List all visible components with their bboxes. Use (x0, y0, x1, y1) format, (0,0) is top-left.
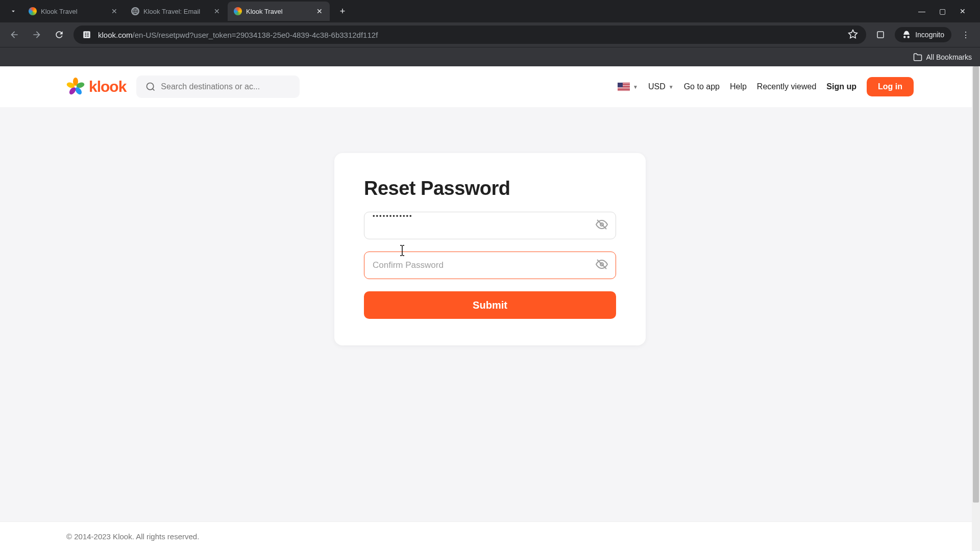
toggle-confirm-visibility-icon[interactable] (596, 258, 608, 272)
browser-tab-1[interactable]: Klook Travel ✕ (22, 2, 125, 21)
bookmarks-bar: All Bookmarks (0, 47, 980, 66)
currency-label: USD (648, 82, 666, 91)
new-tab-button[interactable]: + (334, 3, 351, 19)
favicon-icon (131, 7, 139, 15)
scrollbar[interactable] (972, 66, 980, 551)
chevron-down-icon: ▼ (669, 84, 674, 90)
favicon-icon (234, 7, 242, 15)
browser-address-bar: klook.com/en-US/resetpwd?user_token=2903… (0, 22, 980, 47)
incognito-label: Incognito (915, 31, 944, 39)
logo-text: klook (89, 78, 126, 95)
close-window-button[interactable]: ✕ (958, 7, 968, 15)
search-placeholder: Search destinations or ac... (161, 82, 260, 91)
bookmark-star-icon[interactable] (848, 29, 858, 41)
flag-icon (618, 83, 630, 91)
minimize-button[interactable]: — (917, 7, 927, 15)
maximize-button[interactable]: ▢ (937, 7, 947, 15)
browser-tab-bar: Klook Travel ✕ Klook Travel: Email ✕ Klo… (0, 0, 980, 22)
back-button[interactable] (6, 27, 22, 43)
password-input[interactable]: •••••••••••• (364, 212, 616, 239)
url-bar[interactable]: klook.com/en-US/resetpwd?user_token=2903… (74, 26, 866, 44)
toggle-password-visibility-icon[interactable] (596, 218, 608, 233)
incognito-icon (902, 30, 911, 39)
logo[interactable]: klook (66, 78, 126, 96)
submit-button[interactable]: Submit (364, 291, 616, 319)
currency-selector[interactable]: USD ▼ (648, 82, 674, 91)
search-icon (145, 82, 156, 92)
language-selector[interactable]: ▼ (618, 83, 638, 91)
scrollbar-thumb[interactable] (973, 66, 979, 503)
all-bookmarks-button[interactable]: All Bookmarks (913, 53, 972, 62)
footer-copyright: © 2014-2023 Klook. All rights reserved. (0, 521, 980, 551)
tab-close-icon[interactable]: ✕ (213, 7, 221, 15)
search-box[interactable]: Search destinations or ac... (136, 76, 300, 98)
tab-close-icon[interactable]: ✕ (315, 7, 324, 15)
confirm-password-input[interactable] (364, 252, 616, 279)
extensions-icon[interactable] (872, 27, 889, 43)
folder-icon (913, 53, 922, 62)
tab-title: Klook Travel: Email (143, 8, 209, 15)
svg-point-7 (147, 83, 154, 90)
browser-tab-2[interactable]: Klook Travel: Email ✕ (125, 2, 227, 21)
go-to-app-link[interactable]: Go to app (684, 82, 720, 91)
tab-title: Klook Travel (41, 8, 106, 15)
site-settings-icon[interactable] (82, 30, 92, 40)
favicon-icon (29, 7, 37, 15)
help-link[interactable]: Help (730, 82, 747, 91)
chevron-down-icon: ▼ (633, 84, 638, 90)
browser-tab-3[interactable]: Klook Travel ✕ (228, 2, 330, 21)
sign-up-link[interactable]: Sign up (826, 82, 856, 91)
incognito-badge[interactable]: Incognito (895, 27, 951, 42)
svg-rect-1 (877, 32, 884, 38)
url-text: klook.com/en-US/resetpwd?user_token=2903… (98, 31, 842, 39)
logo-mark-icon (66, 78, 85, 96)
browser-menu-button[interactable]: ⋮ (958, 27, 974, 43)
reload-button[interactable] (51, 27, 67, 43)
tab-title: Klook Travel (246, 8, 311, 15)
tab-search-dropdown[interactable] (4, 2, 22, 20)
reset-password-card: Reset Password •••••••••••• Su (334, 153, 646, 345)
all-bookmarks-label: All Bookmarks (926, 53, 972, 61)
tab-close-icon[interactable]: ✕ (110, 7, 118, 15)
card-title: Reset Password (364, 178, 616, 199)
recently-viewed-link[interactable]: Recently viewed (757, 82, 817, 91)
site-header: klook Search destinations or ac... ▼ USD… (0, 66, 980, 107)
svg-line-8 (153, 89, 155, 91)
log-in-button[interactable]: Log in (867, 77, 914, 96)
forward-button[interactable] (29, 27, 45, 43)
